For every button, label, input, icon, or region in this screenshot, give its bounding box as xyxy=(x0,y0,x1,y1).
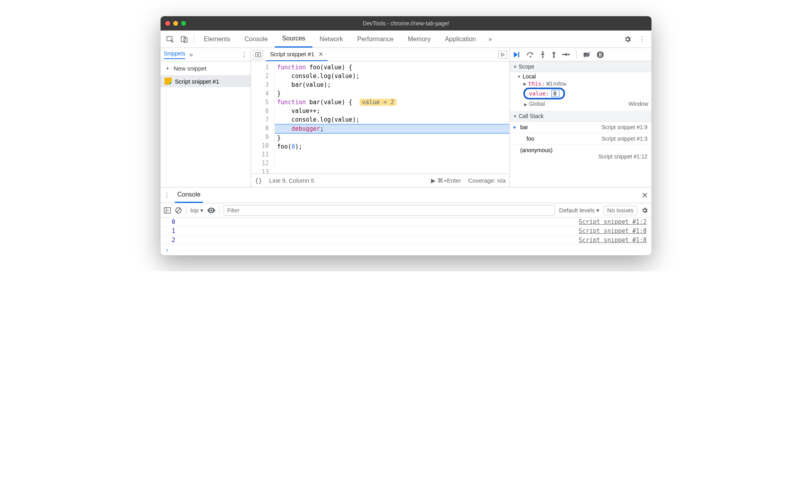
console-settings-gear-icon[interactable] xyxy=(641,207,648,214)
tab-console[interactable]: Console xyxy=(237,31,275,48)
live-expression-eye-icon[interactable] xyxy=(207,208,215,213)
tab-sources[interactable]: Sources xyxy=(275,31,312,48)
drawer-kebab-icon[interactable]: ⋮ xyxy=(164,191,170,199)
deactivate-breakpoints-icon[interactable] xyxy=(583,52,591,58)
toggle-navigator-icon[interactable] xyxy=(253,50,263,59)
console-line[interactable]: 1Script snippet #1:8 xyxy=(161,227,651,236)
debugger-panel: ▼ Scope ▼ Local ▶ this: Window value: 0 xyxy=(509,48,651,187)
run-snippet-icon[interactable] xyxy=(498,51,507,59)
callstack-frame[interactable]: ➧bar Script snippet #1:9 xyxy=(510,122,651,133)
tab-elements[interactable]: Elements xyxy=(197,31,237,48)
svg-point-9 xyxy=(553,56,555,57)
callstack-frame[interactable]: (anonymous) Script snippet #1:12 xyxy=(510,145,651,162)
console-line[interactable]: 0Script snippet #1:2 xyxy=(161,218,651,227)
navigator-panel: Snippets » ⋮ ＋ New snippet Script snippe… xyxy=(161,48,251,187)
pretty-print-icon[interactable]: {} xyxy=(255,177,262,184)
frame-location: Script snippet #1:9 xyxy=(601,124,647,130)
close-window-icon[interactable] xyxy=(165,21,170,26)
svg-rect-15 xyxy=(601,53,601,57)
device-toolbar-icon[interactable] xyxy=(177,31,192,48)
console-output: 0Script snippet #1:2 1Script snippet #1:… xyxy=(161,218,651,255)
window-title: DevTools - chrome://new-tab-page/ xyxy=(363,20,449,27)
value-edit-input[interactable]: 0 xyxy=(552,90,559,97)
drawer-tab-console[interactable]: Console xyxy=(175,187,203,203)
frame-location: Script snippet #1:12 xyxy=(520,153,647,160)
svg-point-7 xyxy=(542,56,544,57)
console-filter-input[interactable] xyxy=(224,205,555,216)
source-link[interactable]: Script snippet #1:2 xyxy=(578,218,647,225)
triangle-down-icon: ▼ xyxy=(513,65,517,69)
line-gutter: 12345678910111213 xyxy=(251,61,275,174)
new-snippet-button[interactable]: ＋ New snippet xyxy=(161,61,251,75)
console-toolbar: top ▾ Default levels ▾ No Issues xyxy=(161,203,651,218)
divider xyxy=(186,206,186,214)
scope-label: Scope xyxy=(519,63,534,70)
snippet-name: Script snippet #1 xyxy=(175,78,219,85)
svg-rect-10 xyxy=(562,54,566,55)
step-over-icon[interactable] xyxy=(527,52,534,58)
console-line[interactable]: 2Script snippet #1:8 xyxy=(161,236,651,245)
source-link[interactable]: Script snippet #1:8 xyxy=(578,237,647,244)
log-levels-selector[interactable]: Default levels ▾ xyxy=(559,207,599,214)
navigator-tab-snippets[interactable]: Snippets xyxy=(164,50,185,59)
tab-network[interactable]: Network xyxy=(312,31,350,48)
step-icon[interactable] xyxy=(562,52,570,57)
scope-value-row[interactable]: value: 0 xyxy=(517,87,651,100)
kebab-menu-icon[interactable]: ⋮ xyxy=(635,31,649,48)
step-into-icon[interactable] xyxy=(540,51,546,58)
inspect-element-icon[interactable] xyxy=(163,31,177,48)
console-drawer: ⋮ Console ✕ top ▾ Default levels ▾ No Is… xyxy=(161,187,651,255)
global-label: Global xyxy=(529,101,545,107)
execution-line: debugger; xyxy=(275,124,509,134)
context-selector[interactable]: top ▾ xyxy=(190,207,203,214)
scope-global-row[interactable]: ▶ Global Window xyxy=(517,100,651,109)
cursor-position: Line 9, Column 5 xyxy=(269,177,314,184)
snippet-list-item[interactable]: Script snippet #1 xyxy=(161,75,251,87)
console-prompt[interactable]: › xyxy=(161,245,651,255)
close-tab-icon[interactable]: ✕ xyxy=(318,51,324,58)
inline-value-hint: value = 2 xyxy=(360,99,396,106)
clear-console-icon[interactable] xyxy=(175,207,182,214)
step-out-icon[interactable] xyxy=(551,51,557,58)
zoom-window-icon[interactable] xyxy=(181,21,186,26)
triangle-down-icon: ▼ xyxy=(517,74,521,79)
callstack-section-header[interactable]: ▼ Call Stack xyxy=(510,111,651,122)
navigator-kebab-icon[interactable]: ⋮ xyxy=(241,51,247,58)
navigator-more-chevron-icon[interactable]: » xyxy=(189,51,193,58)
tab-application[interactable]: Application xyxy=(438,31,483,48)
close-drawer-icon[interactable]: ✕ xyxy=(642,191,648,200)
frame-location: Script snippet #1:3 xyxy=(601,136,647,142)
editor-file-name: Script snippet #1 xyxy=(270,51,314,57)
editor-panel: Script snippet #1 ✕ 12345678910111213 fu… xyxy=(251,48,509,187)
source-link[interactable]: Script snippet #1:8 xyxy=(578,227,647,235)
svg-point-11 xyxy=(568,53,570,55)
scope-section-header[interactable]: ▼ Scope xyxy=(510,61,651,72)
more-tabs-chevron-icon[interactable]: » xyxy=(483,31,497,48)
run-hint[interactable]: ▶ ⌘+Enter xyxy=(431,177,461,184)
show-console-sidebar-icon[interactable] xyxy=(164,207,171,214)
editor-tabbar: Script snippet #1 ✕ xyxy=(251,48,509,61)
minimize-window-icon[interactable] xyxy=(173,21,178,26)
drawer-tabbar: ⋮ Console ✕ xyxy=(161,187,651,203)
panel-tabs: Elements Console Sources Network Perform… xyxy=(161,31,651,48)
divider xyxy=(576,51,577,59)
code-editor[interactable]: 12345678910111213 function foo(value) { … xyxy=(251,61,509,174)
plus-icon: ＋ xyxy=(165,65,170,72)
callstack-label: Call Stack xyxy=(519,113,544,119)
svg-rect-6 xyxy=(542,51,544,54)
tab-memory[interactable]: Memory xyxy=(400,31,438,48)
frame-name: bar xyxy=(519,124,528,130)
editor-file-tab[interactable]: Script snippet #1 ✕ xyxy=(266,48,327,61)
scope-body: ▼ Local ▶ this: Window value: 0 ▶ Global xyxy=(510,72,651,111)
pause-on-exceptions-icon[interactable] xyxy=(597,51,604,58)
issues-button[interactable]: No Issues xyxy=(603,206,637,215)
tab-performance[interactable]: Performance xyxy=(350,31,401,48)
callstack-frame[interactable]: foo Script snippet #1:3 xyxy=(510,133,651,145)
scope-local-header[interactable]: ▼ Local xyxy=(517,73,651,80)
debugger-toolbar xyxy=(510,48,651,61)
scope-this-row[interactable]: ▶ this: Window xyxy=(517,80,651,87)
resume-icon[interactable] xyxy=(513,52,521,58)
triangle-right-icon: ▶ xyxy=(524,102,527,107)
settings-gear-icon[interactable] xyxy=(620,31,635,48)
filter-field[interactable] xyxy=(227,207,552,214)
